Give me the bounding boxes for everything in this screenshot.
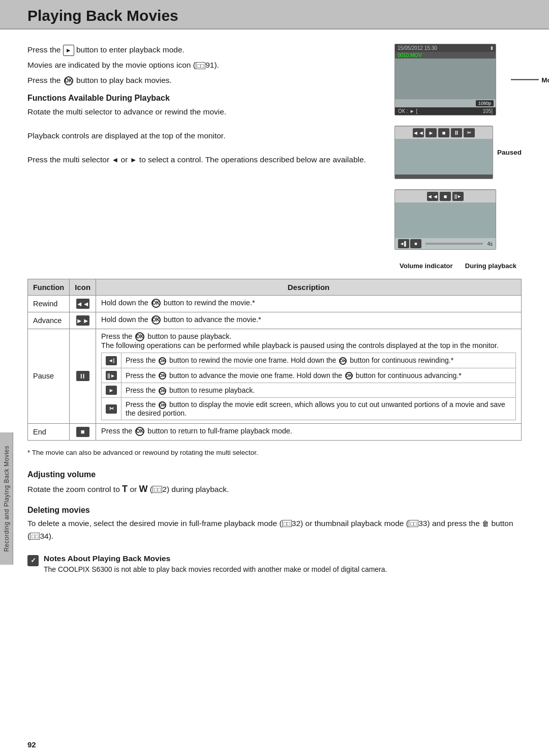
camera-screen2: ◄◄ ► ■ II ✂ <box>394 126 493 179</box>
ctrl-rewind: ◄◄ <box>413 128 424 137</box>
ctrl-pause: II <box>451 128 462 137</box>
time-remaining: 4s <box>487 241 493 247</box>
function-table: Function Icon Description Rewind ◄◄ Hold… <box>27 279 522 441</box>
adjusting-volume-heading: Adjusting volume <box>27 470 522 479</box>
rewind-icon: ◄◄ <box>76 299 89 309</box>
camera-screen2-outer: ◄◄ ► ■ II ✂ Paused <box>394 126 522 179</box>
note-box: ✓ Notes About Playing Back Movies The CO… <box>27 554 522 575</box>
paused-label: Paused <box>497 149 522 156</box>
ctrl-play: ► <box>425 128 437 137</box>
advance-frame-icon: ||► <box>106 371 117 380</box>
camera-screen1-datetime: 15/05/2012 15:30 ▮ <box>395 44 496 52</box>
camera-screen1: 15/05/2012 15:30 ▮ 0010.MOV 1080p OK : ►… <box>394 44 496 115</box>
page-title: Playing Back Movies <box>27 7 178 24</box>
ctrl3-advance-frame: ||► <box>452 192 464 201</box>
functions-heading: Functions Available During Playback <box>27 94 379 103</box>
sub-desc-rewind-frame: Press the OK button to rewind the movie … <box>121 353 516 368</box>
page: Recording and Playing Back Movies Playin… <box>0 0 549 756</box>
camera-screen2-controls: ◄◄ ► ■ II ✂ <box>395 126 493 139</box>
footnote: * The movie can also be advanced or rewo… <box>27 448 522 458</box>
camera-screen1-outer: 15/05/2012 15:30 ▮ 0010.MOV 1080p OK : ►… <box>394 44 522 115</box>
deleting-movies-text: To delete a movie, select the desired mo… <box>27 517 522 543</box>
rewind-frame-icon: ◄| <box>106 356 117 365</box>
movie-options-label: Movie options <box>511 76 549 83</box>
func-end: End <box>28 423 70 440</box>
play-resume-icon: ► <box>106 386 117 395</box>
note-content: Notes About Playing Back Movies The COOL… <box>44 554 387 575</box>
side-tab: Recording and Playing Back Movies <box>0 432 13 565</box>
camera-screen1-bottom: OK : ► [ 105] <box>395 107 496 115</box>
note-heading: Notes About Playing Back Movies <box>44 554 387 563</box>
col-icon: Icon <box>70 279 96 296</box>
func-para3: Press the multi selector ◄ or ► to selec… <box>27 154 379 166</box>
camera-screen3-bottom: ◄▌ ■ 4s <box>395 238 496 249</box>
table-row: Pause II Press the OK button to pause pl… <box>28 329 522 424</box>
deleting-movies-heading: Deleting movies <box>27 506 522 515</box>
camera-screenshots: 15/05/2012 15:30 ▮ 0010.MOV 1080p OK : ►… <box>394 44 522 270</box>
sub-icon-edit: ✂ <box>102 398 121 420</box>
vol-mid: ■ <box>410 239 421 248</box>
ctrl3-stop: ■ <box>440 192 451 201</box>
intro-line1: Press the ► button to enter playback mod… <box>27 44 379 56</box>
icon-advance: ►► <box>70 312 96 329</box>
intro-text: Press the ► button to enter playback mod… <box>27 44 379 270</box>
bottom-labels: Volume indicator During playback <box>394 262 522 270</box>
table-row: ◄| Press the OK button to rewind the mov… <box>102 353 516 368</box>
camera-preview3 <box>395 202 496 238</box>
ok-icon: OK <box>64 76 73 85</box>
col-description: Description <box>96 279 522 296</box>
sub-icon-rewind-frame: ◄| <box>102 353 121 368</box>
camera-screen1-filename: 0010.MOV <box>395 52 496 59</box>
sub-icon-advance-frame: ||► <box>102 368 121 383</box>
ok-icon-af: OK <box>159 372 166 380</box>
ok-icon-r: OK <box>151 299 161 308</box>
intro-line3: Press the OK button to play back movies. <box>27 74 379 86</box>
ctrl3-rewind: ◄◄ <box>427 192 438 201</box>
func-pause: Pause <box>28 329 70 424</box>
table-row: Rewind ◄◄ Hold down the OK button to rew… <box>28 296 522 312</box>
col-function: Function <box>28 279 70 296</box>
sub-icon-play: ► <box>102 383 121 398</box>
top-section: Press the ► button to enter playback mod… <box>27 44 522 270</box>
func-para2: Playback controls are displayed at the t… <box>27 130 379 142</box>
volume-indicator-label: Volume indicator <box>400 262 453 270</box>
edit-icon: ✂ <box>106 404 117 414</box>
icon-pause: II <box>70 329 96 424</box>
ok-icon-ed: OK <box>159 401 166 409</box>
desc-advance: Hold down the OK button to advance the m… <box>96 312 522 329</box>
during-playback-label: During playback <box>465 262 516 270</box>
ok-icon-a: OK <box>151 315 161 325</box>
sub-desc-play: Press the OK button to resume playback. <box>121 383 516 398</box>
resolution-badge: 1080p <box>476 100 494 106</box>
volume-icons: ◄▌ ■ <box>398 239 421 248</box>
table-row: ✂ Press the OK button to display the mov… <box>102 398 516 420</box>
ok-icon-rf2: OK <box>339 357 347 365</box>
adjusting-volume-text: Rotate the zoom control to T or W (□□2) … <box>27 482 522 497</box>
camera-preview1 <box>395 59 496 99</box>
intro-line2: Movies are indicated by the movie option… <box>27 59 379 71</box>
table-row: Advance ►► Hold down the OK button to ad… <box>28 312 522 329</box>
ok-icon-af2: OK <box>345 372 353 380</box>
table-row: ||► Press the OK button to advance the m… <box>102 368 516 383</box>
func-rewind: Rewind <box>28 296 70 312</box>
table-row: ► Press the OK button to resume playback… <box>102 383 516 398</box>
note-text: The COOLPIX S6300 is not able to play ba… <box>44 564 387 575</box>
sub-desc-edit: Press the OK button to display the movie… <box>121 398 516 420</box>
icon-end: ■ <box>70 423 96 440</box>
ok-icon-pl: OK <box>159 387 166 395</box>
note-icon: ✓ <box>27 555 39 566</box>
ctrl-edit: ✂ <box>464 128 475 137</box>
pause-sub-table: ◄| Press the OK button to rewind the mov… <box>101 353 516 420</box>
table-row: End ■ Press the OK button to return to f… <box>28 423 522 440</box>
camera-preview2 <box>395 139 493 175</box>
camera-screen3-outer: ◄◄ ■ ||► ◄▌ ■ 4s <box>394 189 522 250</box>
camera-screen3-controls-top: ◄◄ ■ ||► <box>395 190 496 202</box>
ok-icon-e: OK <box>135 427 144 436</box>
sub-desc-advance-frame: Press the OK button to advance the movie… <box>121 368 516 383</box>
desc-end: Press the OK button to return to full-fr… <box>96 423 522 440</box>
ok-icon-rf: OK <box>159 357 166 365</box>
pause-icon: II <box>76 371 89 381</box>
ok-icon-p: OK <box>135 332 144 341</box>
ctrl-stop: ■ <box>438 128 449 137</box>
side-tab-label: Recording and Playing Back Movies <box>3 446 10 552</box>
